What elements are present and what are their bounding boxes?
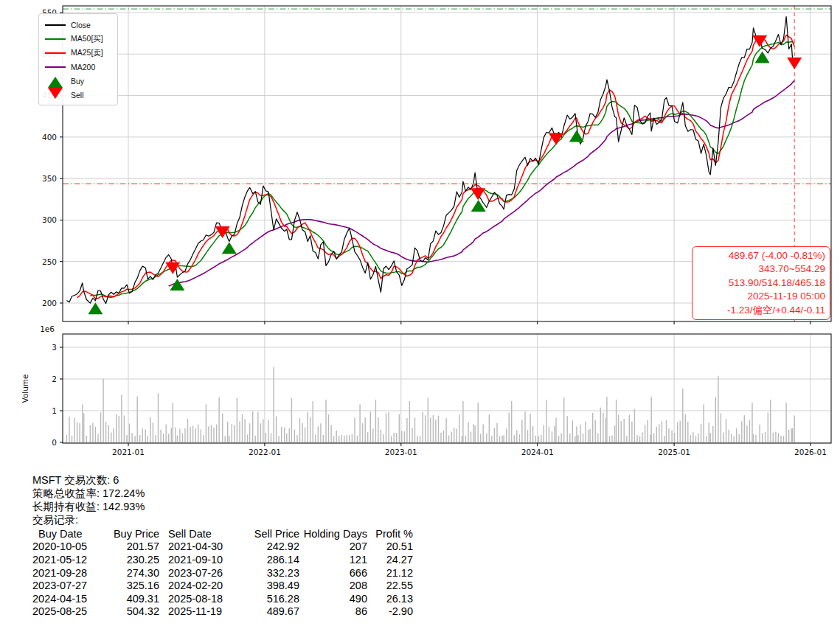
volume-bar <box>218 397 219 442</box>
volume-bar <box>294 430 295 442</box>
trade-cell: 2025-08-18 <box>159 592 245 605</box>
line-swatch <box>45 52 66 54</box>
volume-bar <box>150 417 150 442</box>
legend-item-ma25: MA25[卖] <box>45 46 113 60</box>
volume-offset-label: 1e6 <box>40 324 55 333</box>
legend-marker-swatch <box>45 77 66 85</box>
volume-bar <box>639 436 640 442</box>
volume-bar <box>192 426 193 442</box>
volume-bar <box>530 414 530 442</box>
volume-bar <box>728 430 729 442</box>
volume-bar <box>252 411 253 442</box>
volume-bar <box>521 420 522 442</box>
volume-bar <box>583 434 583 442</box>
volume-bar <box>409 401 410 442</box>
volume-bar <box>558 436 559 442</box>
volume-bar <box>273 367 274 442</box>
volume-bar <box>440 433 441 442</box>
volume-bar <box>208 426 209 442</box>
trade-cell: 121 <box>299 553 367 566</box>
volume-bar <box>401 431 402 443</box>
volume-bar <box>549 427 549 442</box>
volume-bar <box>83 414 84 443</box>
volume-bar <box>703 404 704 442</box>
legend-item-buy: Buy <box>45 74 113 88</box>
volume-bar <box>378 417 378 442</box>
volume-bar <box>468 422 468 442</box>
volume-bar <box>182 434 183 443</box>
volume-bar <box>173 403 173 442</box>
trade-cell: 201.57 <box>112 540 159 554</box>
volume-bar <box>506 428 507 442</box>
volume-bar <box>443 431 444 443</box>
volume-bar <box>105 422 106 442</box>
trade-row: 2021-05-12230.252021-09-10286.1412124.27 <box>32 553 413 566</box>
volume-bar <box>739 434 740 442</box>
volume-bar <box>712 426 713 442</box>
volume-bar <box>636 435 637 442</box>
volume-bar <box>753 434 754 442</box>
volume-bar <box>454 428 454 442</box>
volume-bar <box>723 433 723 442</box>
volume-bar <box>124 416 125 443</box>
legend-line-swatch <box>45 66 66 68</box>
volume-bar <box>142 428 143 442</box>
volume-bar <box>336 431 337 442</box>
volume-bar <box>514 435 515 442</box>
volume-bar <box>383 434 383 442</box>
buy-marker <box>88 302 103 314</box>
strategy-stats: MSFT 交易次数: 6 策略总收益率: 172.24% 长期持有收益: 142… <box>32 473 145 526</box>
volume-bar <box>486 434 487 442</box>
volume-bar <box>315 435 316 442</box>
legend-item-ma200: MA200 <box>45 60 113 74</box>
volume-bar <box>555 417 556 442</box>
volume-bar <box>480 434 481 442</box>
volume-bar <box>609 436 610 442</box>
volume-bar <box>626 436 627 442</box>
strategy-backtest-figure: 20025030035040045050055001232021-012022-… <box>0 0 840 626</box>
legend-item-label: Sell <box>71 91 84 100</box>
volume-bar <box>396 433 397 442</box>
volume-bar <box>225 436 226 442</box>
volume-bar <box>425 415 426 442</box>
volume-bar <box>438 416 439 442</box>
volume-bar <box>265 433 266 442</box>
legend-marker-swatch <box>45 91 66 99</box>
trade-row: 2021-09-28274.302023-07-26332.2366621.12 <box>32 566 413 580</box>
legend-item-sell: Sell <box>45 88 113 102</box>
volume-bar <box>445 418 446 442</box>
volume-bar <box>184 428 185 442</box>
volume-bar <box>511 401 512 442</box>
volume-bar <box>237 398 237 443</box>
volume-bar <box>709 422 709 442</box>
volume-bar <box>690 435 691 442</box>
volume-bar <box>372 428 373 442</box>
trade-cell: 2025-08-25 <box>32 605 112 619</box>
volume-bar <box>595 420 596 442</box>
volume-bar <box>313 401 313 442</box>
volume-bar <box>284 428 285 442</box>
volume-bar <box>457 428 457 442</box>
volume-bar <box>451 432 452 442</box>
volume-bar <box>668 428 669 442</box>
trade-cell: 2021-04-30 <box>159 540 245 554</box>
volume-bar <box>680 421 681 442</box>
volume-bar <box>435 420 436 442</box>
volume-ytick-label: 2 <box>52 375 57 383</box>
volume-bar <box>211 425 212 442</box>
volume-bar <box>388 412 389 442</box>
volume-bar <box>126 435 127 442</box>
volume-bar <box>572 420 573 442</box>
volume-bar <box>647 420 648 442</box>
volume-bar <box>66 435 67 442</box>
volume-bar <box>370 412 371 442</box>
volume-bar <box>462 401 463 442</box>
volume-bar <box>634 409 635 442</box>
line-swatch <box>45 38 66 40</box>
volume-bar <box>92 423 93 442</box>
volume-bar <box>344 436 344 442</box>
volume-bar <box>394 433 395 442</box>
volume-bar <box>177 436 178 443</box>
volume-bar <box>286 434 287 442</box>
volume-bar <box>339 436 339 442</box>
